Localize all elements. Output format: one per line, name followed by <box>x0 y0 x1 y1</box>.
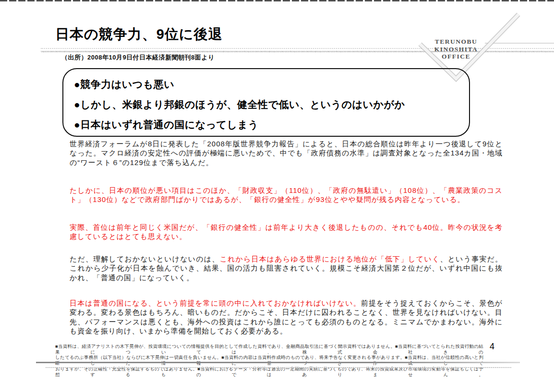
top-dashed-divider <box>0 0 554 1</box>
logo-line-1: TERUNOBU <box>418 38 494 46</box>
body-paragraph-5: 日本は普通の国になる、という前提を常に頭の中に入れておかなければいけない。前提を… <box>70 298 503 336</box>
body-paragraph-2: たしかに、日本の順位が悪い項目はこのほか、「財政収支」（110位）、「政府の無駄… <box>70 186 503 204</box>
disclaimer-line-2: したてるのぶ事務所（以下当社）ならびに木下晃伸は一切責任を負いません。■当資料の… <box>55 355 483 366</box>
key-point-1: ●競争力はいつも悪い <box>74 74 469 95</box>
logo-line-3: OFFICE <box>418 53 494 60</box>
key-point-3: ●日本はいずれ普通の国になってしまう <box>74 115 469 135</box>
page-title: 日本の競争力、9位に後退 <box>55 25 223 44</box>
key-point-2: ●しかし、米銀より邦銀のほうが、健全性で低い、というのはいかがか <box>74 95 469 115</box>
logo-line-2: KINOSHITA <box>418 46 494 53</box>
paragraph-segment-black: ただ、理解しておかないといけないのは、 <box>70 255 219 263</box>
page-number: 4 <box>490 342 494 352</box>
paragraph-segment-black: 世界経済フォーラムが8日に発表した「2008年版世界競争力報告」によると、日本の… <box>70 140 503 166</box>
office-logo: TERUNOBU KINOSHITA OFFICE <box>418 38 494 60</box>
bottom-divider-dark <box>36 362 520 363</box>
body-paragraph-1: 世界経済フォーラムが8日に発表した「2008年版世界競争力報告」によると、日本の… <box>70 139 503 167</box>
bottom-divider-light <box>46 367 511 368</box>
source-caption: （出所）2008年10月9日付日本経済新聞朝刊8面より <box>61 53 215 62</box>
paragraph-segment-red: これから日本はあらゆる世界における地位が「低下」していく <box>219 255 440 263</box>
disclaimer-footer: ■当資料は、経済アナリストの木下晃伸が、投資環境についての情報提供を目的として作… <box>55 344 483 377</box>
key-points-box: ●競争力はいつも悪い ●しかし、米銀より邦銀のほうが、健全性で低い、というのはい… <box>62 68 470 137</box>
disclaimer-line-1: ■当資料は、経済アナリストの木下晃伸が、投資環境についての情報提供を目的として作… <box>55 344 483 355</box>
paragraph-segment-red: 実際、首位は前年と同じく米国だが、「銀行の健全性」は前年より大きく後退したものの… <box>70 223 503 240</box>
body-paragraph-4: ただ、理解しておかないといけないのは、これから日本はあらゆる世界における地位が「… <box>70 254 503 282</box>
body-paragraph-3: 実際、首位は前年と同じく米国だが、「銀行の健全性」は前年より大きく後退したものの… <box>70 223 503 241</box>
paragraph-segment-red: たしかに、日本の順位が悪い項目はこのほか、「財政収支」（110位）、「政府の無駄… <box>70 186 503 203</box>
paragraph-segment-red: 日本は普通の国になる、という前提を常に頭の中に入れておかなければいけない。 <box>70 299 361 307</box>
presentation-slide: 日本の競争力、9位に後退 （出所）2008年10月9日付日本経済新聞朝刊8面より… <box>0 0 554 392</box>
